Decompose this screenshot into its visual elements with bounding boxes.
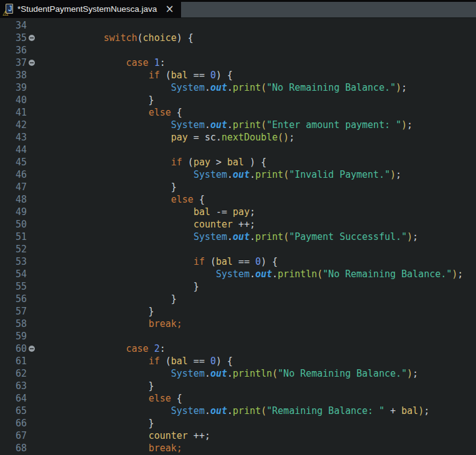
gutter-fold-area bbox=[27, 231, 36, 243]
code-text: counter ++; bbox=[36, 218, 255, 231]
code-line: 49 bal -= pay; bbox=[0, 206, 476, 218]
gutter-fold-area bbox=[27, 255, 36, 268]
code-line: 60 case 2: bbox=[0, 342, 476, 355]
code-line: 47 } bbox=[0, 181, 476, 193]
gutter-fold-area bbox=[27, 181, 36, 193]
code-text: break; bbox=[36, 442, 182, 454]
line-number: 49 bbox=[0, 206, 27, 218]
code-line: 62 System.out.println("No Remaining Bala… bbox=[0, 367, 476, 380]
line-number: 51 bbox=[0, 231, 27, 243]
line-number: 43 bbox=[0, 131, 27, 144]
code-text: if (bal == 0) { bbox=[36, 255, 278, 268]
ide-window: J ⚠ *StudentPaymentSystemNuesca.java × 3… bbox=[0, 0, 476, 454]
line-number: 37 bbox=[0, 57, 27, 69]
gutter-fold-area bbox=[27, 69, 36, 81]
code-text: break; bbox=[36, 318, 182, 330]
code-line: 64 else { bbox=[0, 392, 476, 405]
line-number: 52 bbox=[0, 243, 27, 255]
code-text: System.out.print("Enter amount payment: … bbox=[36, 119, 413, 131]
line-number: 36 bbox=[0, 44, 27, 57]
code-text: case 1: bbox=[36, 57, 166, 69]
java-letter: J bbox=[8, 4, 12, 13]
fold-toggle-icon[interactable] bbox=[29, 60, 35, 66]
line-number: 44 bbox=[0, 144, 27, 156]
gutter-fold-area bbox=[27, 57, 36, 69]
gutter-fold-area bbox=[27, 32, 36, 44]
line-number: 59 bbox=[0, 330, 27, 342]
warning-badge-icon: ⚠ bbox=[2, 10, 9, 17]
gutter-fold-area bbox=[27, 318, 36, 330]
code-text: } bbox=[36, 305, 154, 318]
line-number: 56 bbox=[0, 293, 27, 305]
code-line: 61 if (bal == 0) { bbox=[0, 355, 476, 367]
line-number: 58 bbox=[0, 318, 27, 330]
code-line: 54 System.out.println("No Remaining Bala… bbox=[0, 268, 476, 280]
gutter-fold-area bbox=[27, 430, 36, 442]
line-number: 45 bbox=[0, 156, 27, 168]
code-text: if (bal == 0) { bbox=[36, 69, 233, 81]
code-line: 51 System.out.print("Payment Successful.… bbox=[0, 231, 476, 243]
gutter-fold-area bbox=[27, 342, 36, 355]
gutter-fold-area bbox=[27, 417, 36, 430]
line-number: 62 bbox=[0, 367, 27, 380]
line-number: 41 bbox=[0, 106, 27, 119]
gutter-fold-area bbox=[27, 442, 36, 454]
code-line: 53 if (bal == 0) { bbox=[0, 255, 476, 268]
code-text: if (bal == 0) { bbox=[36, 355, 233, 367]
line-number: 53 bbox=[0, 255, 27, 268]
code-line: 58 break; bbox=[0, 318, 476, 330]
line-number: 67 bbox=[0, 430, 27, 442]
code-line: 34 bbox=[0, 19, 476, 32]
fold-toggle-icon[interactable] bbox=[29, 35, 35, 41]
gutter-fold-area bbox=[27, 268, 36, 280]
code-text: else { bbox=[36, 392, 182, 405]
gutter-fold-area bbox=[27, 19, 36, 32]
code-text: } bbox=[36, 94, 154, 106]
code-text: } bbox=[36, 380, 154, 392]
code-text: System.out.println("No Remaining Balance… bbox=[36, 367, 418, 380]
code-text: System.out.print("No Remaining Balance."… bbox=[36, 81, 407, 94]
code-text: case 2: bbox=[36, 342, 166, 355]
code-line: 37 case 1: bbox=[0, 57, 476, 69]
line-number: 38 bbox=[0, 69, 27, 81]
code-line: 43 pay = sc.nextDouble(); bbox=[0, 131, 476, 144]
code-text: } bbox=[36, 417, 154, 430]
code-editor[interactable]: 3435 switch(choice) {3637 case 1:38 if (… bbox=[0, 18, 476, 454]
gutter-fold-area bbox=[27, 81, 36, 94]
code-text: System.out.println("No Remaining Balance… bbox=[36, 268, 463, 280]
gutter-fold-area bbox=[27, 392, 36, 405]
code-line: 50 counter ++; bbox=[0, 218, 476, 231]
line-number: 61 bbox=[0, 355, 27, 367]
gutter-fold-area bbox=[27, 305, 36, 318]
code-line: 45 if (pay > bal ) { bbox=[0, 156, 476, 168]
gutter-fold-area bbox=[27, 206, 36, 218]
line-number: 55 bbox=[0, 280, 27, 293]
code-line: 56 } bbox=[0, 293, 476, 305]
gutter-fold-area bbox=[27, 106, 36, 119]
code-text: } bbox=[36, 293, 177, 305]
code-text: counter ++; bbox=[36, 430, 210, 442]
gutter-fold-area bbox=[27, 193, 36, 206]
fold-toggle-icon[interactable] bbox=[29, 346, 35, 352]
code-text: else { bbox=[36, 106, 182, 119]
line-number: 39 bbox=[0, 81, 27, 94]
line-number: 57 bbox=[0, 305, 27, 318]
tab-close-icon[interactable]: × bbox=[165, 4, 174, 14]
gutter-fold-area bbox=[27, 280, 36, 293]
code-line: 40 } bbox=[0, 94, 476, 106]
editor-tab[interactable]: J ⚠ *StudentPaymentSystemNuesca.java × bbox=[0, 0, 181, 18]
line-number: 48 bbox=[0, 193, 27, 206]
line-number: 34 bbox=[0, 19, 27, 32]
code-line: 44 bbox=[0, 144, 476, 156]
editor-tab-bar: J ⚠ *StudentPaymentSystemNuesca.java × bbox=[0, 0, 476, 18]
gutter-fold-area bbox=[27, 405, 36, 417]
line-number: 42 bbox=[0, 119, 27, 131]
code-line: 36 bbox=[0, 44, 476, 57]
code-line: 39 System.out.print("No Remaining Balanc… bbox=[0, 81, 476, 94]
code-line: 68 break; bbox=[0, 442, 476, 454]
gutter-fold-area bbox=[27, 367, 36, 380]
code-text: else { bbox=[36, 193, 205, 206]
code-line: 67 counter ++; bbox=[0, 430, 476, 442]
gutter-fold-area bbox=[27, 380, 36, 392]
line-number: 66 bbox=[0, 417, 27, 430]
